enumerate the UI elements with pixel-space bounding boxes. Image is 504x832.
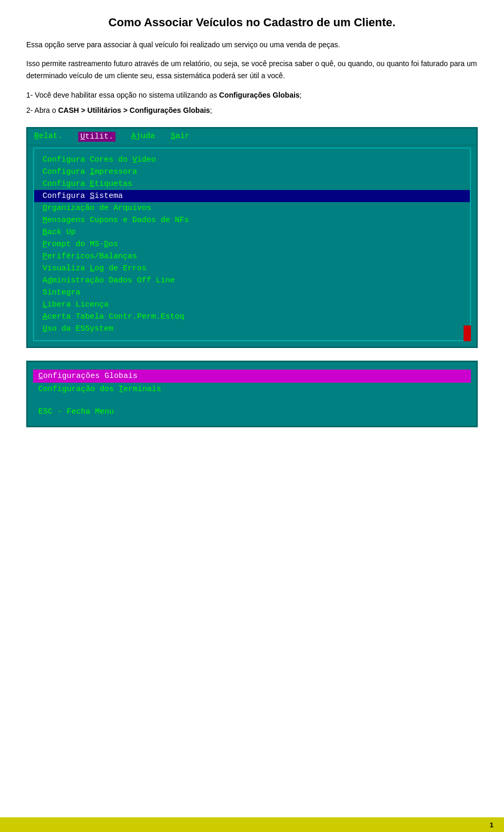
menu-item-configura-etiquetas[interactable]: Configura Etiquetas [34,178,470,190]
terminal-divider [33,396,471,400]
terminal-menubar: Relat. Utilit. Ajuda Sair [28,129,476,145]
menu-item-uso[interactable]: Uso da ESSystem [34,323,470,335]
menu-item-perifericos[interactable]: Periféricos/Balanças [34,250,470,262]
menu-item-configura-cores[interactable]: Configura Cores do Vídeo [34,154,470,166]
menu-item-organizacao[interactable]: Organização de Arquivos [34,202,470,214]
paragraph-2: Isso permite rastreamento futuro através… [26,58,478,81]
menu-item-administracao[interactable]: Administração Dados Off Line [34,275,470,287]
menu-relat[interactable]: Relat. [34,132,62,142]
step-2-bold: CASH > Utilitários > Configurações Globa… [58,106,210,114]
menu-item-acerta[interactable]: Acerta Tabela Contr.Perm.Estoq [34,311,470,323]
menu-item-visualiza-log[interactable]: Visualiza Log de Erros [34,262,470,275]
step-2-end: ; [210,106,212,114]
steps-section: 1- Você deve habilitar essa opção no sis… [26,89,478,117]
step-2: 2- Abra o CASH > Utilitários > Configura… [26,104,478,117]
page-content: Como Associar Veículos no Cadastro de um… [0,0,504,471]
menu-item-libera[interactable]: Libera Licença [34,299,470,311]
step-1: 1- Você deve habilitar essa opção no sis… [26,89,478,102]
terminal-scrollbar [464,325,471,341]
menu-item-backup[interactable]: Back Up [34,226,470,238]
page-footer: 1 [0,817,504,832]
menu-item-configura-impressora[interactable]: Configura Impressora [34,166,470,178]
menu-item-configura-sistema[interactable]: Configura Sistema [34,190,470,202]
menu-item-prompt[interactable]: Prompt do MS-Dos [34,238,470,250]
menu-item-esc[interactable]: ESC - Fecha Menu [33,405,471,418]
step-1-end: ; [300,91,302,99]
terminal-screenshot-1: Relat. Utilit. Ajuda Sair Configura Core… [26,127,478,348]
menu-utilit[interactable]: Utilit. [78,132,116,142]
menu-item-sintegra[interactable]: Sintegra [34,287,470,299]
menu-ajuda[interactable]: Ajuda [131,132,155,142]
step-2-prefix: 2- Abra o [26,106,58,114]
terminal-screenshot-2: Configurações Globais Configuração dos T… [26,361,478,427]
step-1-bold: Configurações Globais [219,91,299,99]
step-1-prefix: 1- Você deve habilitar essa opção no sis… [26,91,219,99]
page-number: 1 [490,821,494,829]
menu-item-configuracoes-globais[interactable]: Configurações Globais [33,370,471,383]
terminal-menu-list: Configura Cores do Vídeo Configura Impre… [33,148,471,341]
paragraph-1: Essa opção serve para associar à qual ve… [26,39,478,50]
menu-item-mensagens[interactable]: Mensagens Cupons e Dados de NFs [34,214,470,226]
menu-sair[interactable]: Sair [171,132,190,142]
menu-item-configuracao-terminais[interactable]: Configuração dos Terminais [33,383,471,396]
page-title: Como Associar Veículos no Cadastro de um… [26,16,478,29]
